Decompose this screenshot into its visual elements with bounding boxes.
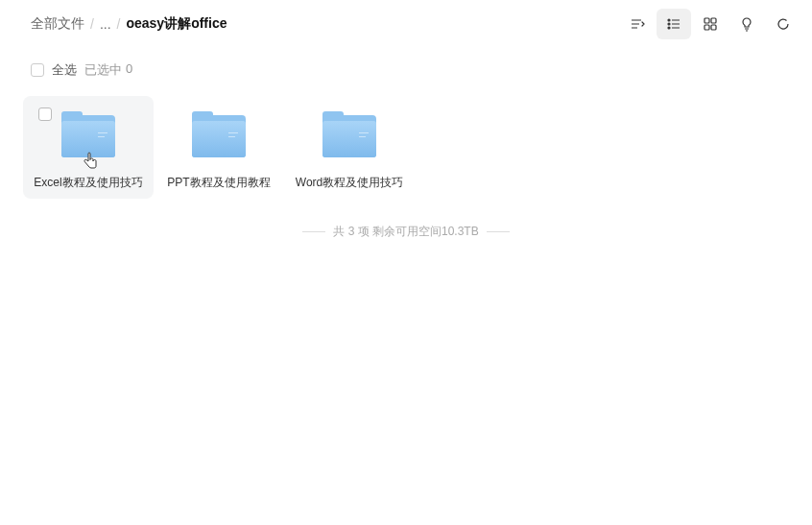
select-bar: 全选 已选中 0	[0, 48, 812, 88]
folder-label: Excel教程及使用技巧	[34, 175, 142, 191]
grid-view-button[interactable]	[693, 9, 728, 39]
footer-info: 共 3 项 剩余可用空间10.3TB	[0, 224, 812, 240]
breadcrumb-ellipsis[interactable]: ...	[100, 16, 111, 32]
svg-rect-6	[711, 25, 716, 30]
footer-text: 共 3 项 剩余可用空间10.3TB	[333, 224, 478, 240]
folder-item[interactable]: Word教程及使用技巧	[284, 96, 415, 199]
item-checkbox[interactable]	[38, 107, 52, 121]
svg-rect-5	[705, 25, 709, 30]
breadcrumb-current: oeasy讲解office	[126, 15, 227, 33]
grid-icon	[703, 16, 718, 32]
folder-icon	[192, 115, 246, 161]
folder-label: Word教程及使用技巧	[296, 175, 403, 191]
sort-icon	[630, 16, 645, 32]
list-view-button[interactable]	[657, 9, 691, 39]
svg-point-2	[668, 27, 670, 29]
breadcrumb-root[interactable]: 全部文件	[31, 15, 84, 33]
breadcrumb-separator: /	[117, 16, 121, 32]
divider-line	[302, 231, 325, 232]
select-all-label[interactable]: 全选	[52, 61, 77, 79]
sort-button[interactable]	[620, 9, 655, 39]
file-grid: Excel教程及使用技巧 PPT教程及使用教程 Word教程及使用技巧	[0, 88, 812, 206]
folder-icon	[61, 115, 115, 161]
folder-item[interactable]: PPT教程及使用教程	[154, 96, 284, 199]
svg-rect-4	[711, 18, 716, 23]
selected-info: 已选中 0	[84, 61, 132, 79]
breadcrumb: 全部文件 / ... / oeasy讲解office	[31, 15, 227, 33]
folder-icon	[322, 115, 376, 161]
svg-rect-3	[705, 18, 709, 23]
folder-label: PPT教程及使用教程	[167, 175, 270, 191]
selected-count: 0	[126, 61, 132, 79]
svg-point-0	[668, 19, 670, 21]
breadcrumb-separator: /	[90, 16, 94, 32]
select-all-checkbox[interactable]	[31, 63, 44, 77]
svg-point-1	[668, 23, 670, 25]
list-icon	[666, 16, 681, 32]
refresh-icon	[776, 16, 791, 32]
divider-line	[487, 231, 510, 232]
folder-item[interactable]: Excel教程及使用技巧	[23, 96, 154, 199]
refresh-button[interactable]	[766, 9, 800, 39]
toolbar	[620, 9, 800, 39]
selected-label: 已选中	[84, 61, 122, 79]
header: 全部文件 / ... / oeasy讲解office	[0, 0, 812, 48]
tips-button[interactable]	[729, 9, 764, 39]
lightbulb-icon	[739, 16, 754, 32]
